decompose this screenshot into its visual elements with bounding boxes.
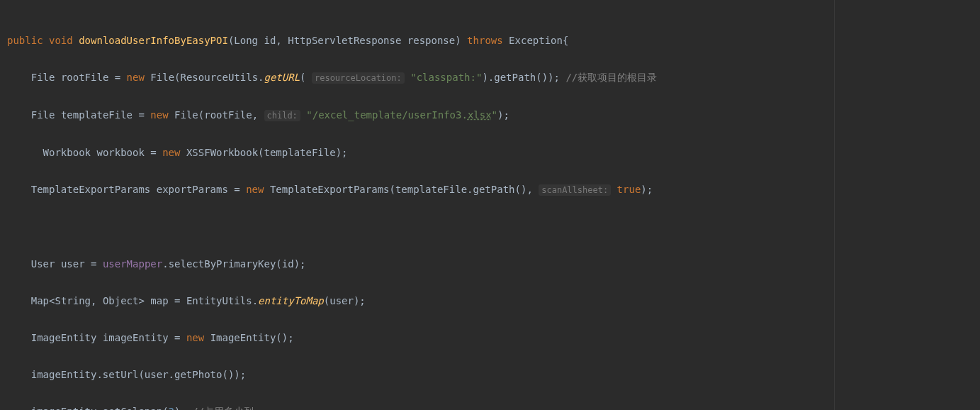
class-name: TemplateExportParams — [270, 184, 390, 195]
variable: imageEntity — [103, 332, 169, 343]
editor-right-margin — [834, 0, 835, 410]
code-line: Map<String, Object> map = EntityUtils.en… — [7, 292, 973, 310]
comment: //占用多少列 — [192, 406, 254, 410]
method-call: getPhoto — [174, 369, 222, 380]
code-line: TemplateExportParams exportParams = new … — [7, 180, 973, 199]
generic-type: String — [55, 295, 91, 306]
method-call: getURL — [264, 72, 300, 83]
param-hint: child: — [264, 110, 300, 121]
keyword-new: new — [246, 184, 264, 195]
code-line: Workbook workbook = new XSSFWorkbook(tem… — [7, 143, 973, 162]
code-editor[interactable]: public void downloadUserInfoByEasyPOI(Lo… — [0, 0, 980, 410]
code-line: File templateFile = new File(rootFile, c… — [7, 106, 973, 125]
code-line: imageEntity.setUrl(user.getPhoto()); — [7, 365, 973, 384]
method-call: getPath — [494, 72, 536, 83]
code-line: public void downloadUserInfoByEasyPOI(Lo… — [7, 31, 973, 50]
class-name: EntityUtils — [186, 295, 252, 306]
generic-type: Object — [103, 295, 139, 306]
method-call: selectByPrimaryKey — [169, 258, 276, 270]
code-line: imageEntity.setColspan(2); //占用多少列 — [7, 402, 973, 410]
exception-type: Exception — [509, 35, 563, 46]
variable: map — [150, 295, 168, 306]
variable: workbook — [96, 147, 144, 158]
param-type: HttpServletResponse — [288, 35, 401, 46]
code-line — [7, 218, 973, 236]
param-name: id — [264, 35, 276, 46]
param-type: Long — [234, 35, 258, 46]
method-call: getPath — [473, 184, 515, 195]
keyword-true: true — [617, 184, 641, 195]
method-call: entityToMap — [258, 295, 324, 306]
method-call: setUrl — [103, 369, 139, 380]
comment: //获取项目的根目录 — [565, 72, 657, 83]
code-line: ImageEntity imageEntity = new ImageEntit… — [7, 328, 973, 347]
method-name: downloadUserInfoByEasyPOI — [79, 35, 228, 46]
string-literal: "/excel_template/userInfo3.xlsx" — [306, 109, 497, 121]
string-literal: "classpath:" — [410, 72, 482, 83]
type: ImageEntity — [31, 332, 97, 343]
class-name: ResourceUtils — [181, 72, 259, 83]
keyword-new: new — [186, 332, 204, 343]
keyword-new: new — [150, 109, 168, 121]
variable: rootFile — [61, 72, 108, 83]
type: TemplateExportParams — [31, 184, 151, 195]
keyword-void: void — [49, 35, 73, 46]
keyword-new: new — [127, 72, 145, 83]
variable: user — [61, 258, 85, 270]
class-name: File — [150, 72, 174, 83]
keyword-new: new — [162, 147, 180, 158]
param-hint: scanAllsheet: — [539, 184, 611, 196]
type: User — [31, 258, 55, 270]
keyword-throws: throws — [467, 35, 503, 46]
type: Map — [31, 295, 49, 306]
param-hint: resourceLocation: — [312, 72, 405, 84]
type: Workbook — [43, 147, 91, 158]
code-line: File rootFile = new File(ResourceUtils.g… — [7, 68, 973, 87]
field-ref: userMapper — [103, 258, 162, 270]
number-literal: 2 — [169, 406, 174, 410]
class-name: XSSFWorkbook — [186, 147, 258, 158]
class-name: File — [174, 109, 198, 121]
keyword-public: public — [7, 35, 43, 46]
type: File — [31, 109, 55, 121]
variable: templateFile — [61, 109, 133, 121]
type: File — [31, 72, 55, 83]
param-name: response — [407, 35, 455, 46]
variable: exportParams — [157, 184, 228, 195]
code-line: User user = userMapper.selectByPrimaryKe… — [7, 255, 973, 273]
class-name: ImageEntity — [210, 332, 276, 343]
method-call: setColspan — [103, 406, 162, 410]
